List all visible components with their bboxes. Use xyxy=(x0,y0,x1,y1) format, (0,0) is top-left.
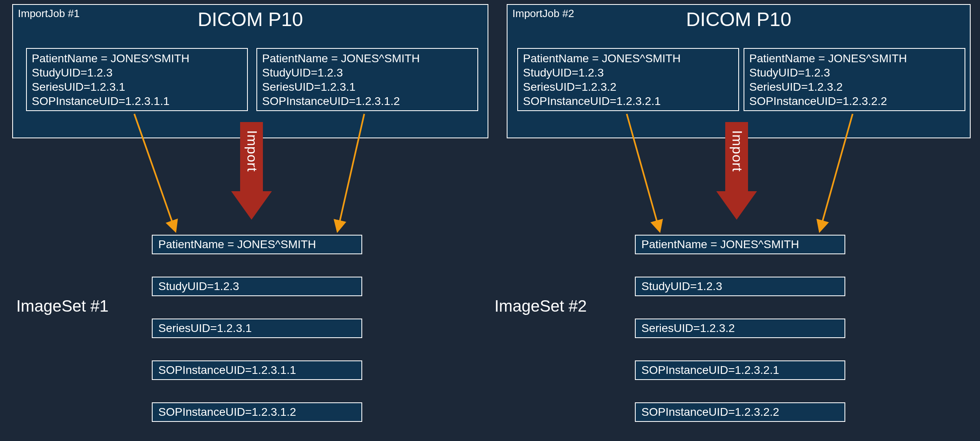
attr-line: SOPInstanceUID=1.2.3.2.1 xyxy=(523,94,733,108)
attr-line: StudyUID=1.2.3 xyxy=(523,65,733,80)
dicom-instance-2-left: PatientName = JONES^SMITH StudyUID=1.2.3… xyxy=(517,48,739,111)
attr-line: PatientName = JONES^SMITH xyxy=(523,51,733,65)
import-job-1: ImportJob #1 DICOM P10 PatientName = JON… xyxy=(12,4,488,138)
import-arrow-1-label: Import xyxy=(244,130,260,172)
attr-line: PatientName = JONES^SMITH xyxy=(749,51,960,65)
import-job-2-label: ImportJob #2 xyxy=(512,7,574,20)
imageset-1-row: SOPInstanceUID=1.2.3.1.2 xyxy=(152,402,362,422)
svg-marker-1 xyxy=(231,191,272,220)
imageset-1-row: PatientName = JONES^SMITH xyxy=(152,235,362,254)
imageset-2-label: ImageSet #2 xyxy=(494,297,587,315)
dicom-instance-1-right: PatientName = JONES^SMITH StudyUID=1.2.3… xyxy=(256,48,478,111)
attr-line: SeriesUID=1.2.3.2 xyxy=(523,80,733,94)
attr-line: SOPInstanceUID=1.2.3.2.2 xyxy=(749,94,960,108)
import-job-2-title: DICOM P10 xyxy=(686,8,792,31)
imageset-1-row: SeriesUID=1.2.3.1 xyxy=(152,319,362,338)
attr-line: StudyUID=1.2.3 xyxy=(749,65,960,80)
import-arrow-2-label: Import xyxy=(729,130,745,172)
attr-line: PatientName = JONES^SMITH xyxy=(32,51,242,65)
imageset-2-row: SeriesUID=1.2.3.2 xyxy=(635,319,845,338)
attr-line: SOPInstanceUID=1.2.3.1.1 xyxy=(32,94,242,108)
imageset-2-row: StudyUID=1.2.3 xyxy=(635,277,845,296)
attr-line: SeriesUID=1.2.3.1 xyxy=(262,80,472,94)
dicom-instance-1-left: PatientName = JONES^SMITH StudyUID=1.2.3… xyxy=(26,48,248,111)
imageset-2-row: SOPInstanceUID=1.2.3.2.1 xyxy=(635,360,845,380)
attr-line: PatientName = JONES^SMITH xyxy=(262,51,472,65)
imageset-1-label: ImageSet #1 xyxy=(16,297,109,315)
import-job-1-label: ImportJob #1 xyxy=(18,7,80,20)
import-job-1-title: DICOM P10 xyxy=(198,8,303,31)
attr-line: SeriesUID=1.2.3.1 xyxy=(32,80,242,94)
imageset-1-row: SOPInstanceUID=1.2.3.1.1 xyxy=(152,360,362,380)
attr-line: SOPInstanceUID=1.2.3.1.2 xyxy=(262,94,472,108)
imageset-2-row: PatientName = JONES^SMITH xyxy=(635,235,845,254)
svg-marker-3 xyxy=(716,191,757,220)
attr-line: SeriesUID=1.2.3.2 xyxy=(749,80,960,94)
imageset-1-row: StudyUID=1.2.3 xyxy=(152,277,362,296)
attr-line: StudyUID=1.2.3 xyxy=(32,65,242,80)
attr-line: StudyUID=1.2.3 xyxy=(262,65,472,80)
import-job-2: ImportJob #2 DICOM P10 PatientName = JON… xyxy=(507,4,971,138)
imageset-2-row: SOPInstanceUID=1.2.3.2.2 xyxy=(635,402,845,422)
dicom-instance-2-right: PatientName = JONES^SMITH StudyUID=1.2.3… xyxy=(744,48,965,111)
